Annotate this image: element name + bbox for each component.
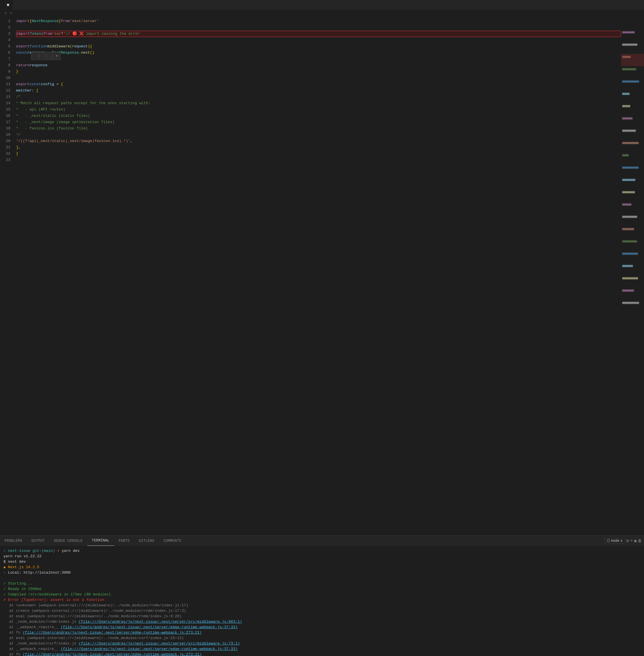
line-number-18: 18 <box>0 125 10 132</box>
terminal-line: at <unknown> (webpack-internal:///(middl… <box>3 603 641 608</box>
terminal-line: at __webpack_require__ (file:///Users/an… <box>3 625 641 630</box>
breadcrumb-sep1: > <box>5 11 7 16</box>
terminal-line: at eval (webpack-internal:///(middleware… <box>3 613 641 619</box>
line-number-11: 11 <box>0 81 10 88</box>
terminal-content[interactable]: ○ next-issue git:(main) ✗ yarn devyarn r… <box>0 546 644 656</box>
code-line-18: * - favicon.ico (favicon file) <box>16 125 621 132</box>
codeium-sep1: | <box>38 53 40 59</box>
editor-container: 1234567891011121314151617181920212223 | … <box>0 17 644 536</box>
terminal-line: at create (webpack-internal:///(middlewa… <box>3 608 641 613</box>
prompt-x: ✗ <box>57 549 60 553</box>
terminal-line: at _node_modules/csrf/index.js (file:///… <box>3 641 641 646</box>
terminal-line: ✓ Compiled /src/middleware in 173ms (80 … <box>3 592 641 597</box>
terminal-line: at fn (file:///Users/andres/js/next-issu… <box>3 630 641 635</box>
tab-bar <box>0 0 644 10</box>
code-line-8: return response <box>16 62 621 69</box>
add-terminal-icon[interactable]: + <box>630 538 633 543</box>
minimap <box>621 17 644 536</box>
minimap-canvas <box>621 17 644 536</box>
terminal-line: at __webpack_require__ (file:///Users/an… <box>3 646 641 652</box>
line-number-1: 1 <box>0 18 10 24</box>
codeium-sep2: | <box>45 53 47 59</box>
code-line-20: '/((?!api|_next/static|_next/image|favic… <box>16 138 621 144</box>
prompt-branch: next-issue git:(main) <box>8 549 55 553</box>
node-label: node <box>611 539 619 543</box>
code-line-11: export const config = { <box>16 81 621 88</box>
prompt-cmd: yarn dev <box>62 549 79 553</box>
split-terminal-icon[interactable]: ⧉ <box>626 539 629 543</box>
line-number-5: 5 <box>0 43 10 50</box>
terminal-line: ✓ Ready in 1566ms <box>3 586 641 592</box>
code-content[interactable]: | | | ✕ import { NextResponse } from 'ne… <box>14 17 621 536</box>
line-number-22: 22 <box>0 151 10 157</box>
codeium-tooltip: | | | ✕ <box>31 52 61 60</box>
code-line-5: export function middleware(request) { <box>16 43 621 50</box>
terminal-line <box>3 576 641 581</box>
code-line-10 <box>16 75 621 81</box>
bottom-panel: PROBLEMSOUTPUTDEBUG CONSOLETERMINALPORTS… <box>0 536 644 656</box>
terminal-line: $ next dev <box>3 559 641 564</box>
panel-tabs: PROBLEMSOUTPUTDEBUG CONSOLETERMINALPORTS… <box>0 536 644 546</box>
layout-icon[interactable]: ▣ <box>634 538 637 543</box>
line-number-6: 6 <box>0 50 10 56</box>
panel-tab-debug-console[interactable]: DEBUG CONSOLE <box>49 536 87 546</box>
line-number-19: 19 <box>0 132 10 138</box>
panel-tab-problems[interactable]: PROBLEMS <box>0 536 27 546</box>
terminal-line: at eval (webpack-internal:///(middleware… <box>3 635 641 641</box>
line-number-20: 20 <box>0 138 10 144</box>
line-number-12: 12 <box>0 88 10 94</box>
tab-middleware[interactable] <box>0 0 13 10</box>
code-line-7 <box>16 56 621 62</box>
line-number-10: 10 <box>0 75 10 81</box>
line-number-4: 4 <box>0 37 10 43</box>
breadcrumb-sep2: > <box>10 11 12 16</box>
code-area: 1234567891011121314151617181920212223 | … <box>0 17 644 536</box>
panel-tab-output[interactable]: OUTPUT <box>27 536 49 546</box>
node-chevron: ∨ <box>620 539 622 543</box>
code-line-23 <box>16 157 621 163</box>
node-badge[interactable]: ⬡ node ∨ <box>604 538 625 543</box>
trash-icon[interactable]: 🗑 <box>638 539 642 543</box>
code-line-12: matcher: [ <box>16 88 621 94</box>
breadcrumb: > > <box>0 10 644 17</box>
code-line-2 <box>16 24 621 31</box>
terminal-line: at fn (file:///Users/andres/js/next-issu… <box>3 652 641 656</box>
line-number-2: 2 <box>0 24 10 31</box>
code-line-21: ], <box>16 144 621 151</box>
terminal-line: ✗ Error [TypeError]: assert is not a fun… <box>3 597 641 603</box>
terminal-line: ▲ Next.js 14.2.5 <box>3 564 641 570</box>
line-number-9: 9 <box>0 69 10 75</box>
code-line-22: } <box>16 151 621 157</box>
prompt-circle: ○ <box>3 549 6 553</box>
codeium-sep3: | <box>51 53 53 59</box>
code-line-3: import Tokens from 'csrf' // 🔴 ❌ import … <box>16 31 621 37</box>
line-number-14: 14 <box>0 100 10 107</box>
panel-tab-terminal[interactable]: TERMINAL <box>87 536 114 546</box>
panel-tab-gitlens[interactable]: GITLENS <box>134 536 159 546</box>
codeium-close-icon[interactable]: ✕ <box>56 53 58 59</box>
code-line-1: import { NextResponse } from 'next/serve… <box>16 18 621 24</box>
modified-indicator <box>7 4 9 6</box>
terminal-line: ○ next-issue git:(main) ✗ yarn dev <box>3 548 641 554</box>
terminal-line: at _node_modules/rndm/index.js (file:///… <box>3 619 641 625</box>
node-icon: ⬡ <box>607 539 610 543</box>
terminal-line: - Local: http://localhost:3000 <box>3 570 641 576</box>
line-number-23: 23 <box>0 157 10 163</box>
line-number-13: 13 <box>0 94 10 100</box>
line-number-21: 21 <box>0 144 10 151</box>
line-number-17: 17 <box>0 119 10 125</box>
line-numbers: 1234567891011121314151617181920212223 <box>0 17 14 536</box>
code-line-19: */ <box>16 132 621 138</box>
code-line-15: * - api (API routes) <box>16 107 621 113</box>
line-number-15: 15 <box>0 107 10 113</box>
code-line-13: /* <box>16 94 621 100</box>
line-number-8: 8 <box>0 62 10 69</box>
panel-tab-comments[interactable]: COMMENTS <box>159 536 186 546</box>
terminal-line: ✓ Starting... <box>3 581 641 586</box>
panel-tab-ports[interactable]: PORTS <box>114 536 135 546</box>
line-number-7: 7 <box>0 56 10 62</box>
code-line-17: * - _next/image (image optimization file… <box>16 119 621 125</box>
code-line-4 <box>16 37 621 43</box>
code-line-9: } <box>16 69 621 75</box>
code-line-6: const response = NextResponse.next() <box>16 50 621 56</box>
